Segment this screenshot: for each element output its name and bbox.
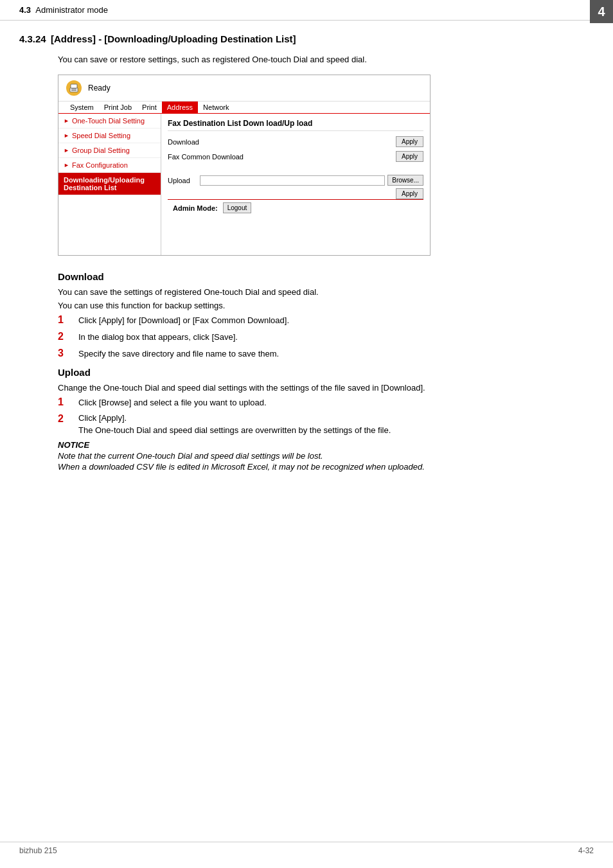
footer-left: bizhub 215 [19,846,57,855]
arrow-icon-speeddial: ► [64,132,69,139]
ui-download-apply-button[interactable]: Apply [396,136,423,147]
upload-step-1: 1 Click [Browse] and select a file you w… [58,396,594,408]
section-title: [Address] - [Downloading/Uploading Desti… [51,33,296,44]
sidebar-item-faxconfig[interactable]: ► Fax Configuration [58,158,161,173]
step-text-2: In the dialog box that appears, click [S… [78,331,238,342]
download-para1: You can save the settings of registered … [58,287,594,297]
ui-nav-bar[interactable]: System Print Job Print Address Network [58,102,430,114]
upload-step-num-1: 1 [58,396,73,408]
download-step-3: 3 Specify the save directory and file na… [58,348,594,359]
ui-admin-label: Admin Mode: [173,204,218,212]
nav-address[interactable]: Address [162,102,198,113]
arrow-icon-onetouch: ► [64,118,69,124]
upload-step-note: The One-touch Dial and speed dial settin… [78,425,391,435]
chapter-badge: 4 [590,0,613,23]
ui-faxcommon-apply-button[interactable]: Apply [396,151,423,162]
arrow-icon-faxconfig: ► [64,162,69,168]
ui-upload-apply-row: Apply [168,188,423,199]
sidebar-item-downloading[interactable]: Downloading/Uploading Destination List [58,173,161,195]
ui-upload-label: Upload [168,177,200,184]
page-header: 4.3 Administrator mode 4 [0,0,613,21]
nav-system[interactable]: System [65,102,99,113]
ui-download-label: Download [168,138,396,146]
section-number: 4.3 [19,5,31,15]
printer-icon [65,79,83,97]
ui-download-row: Download Apply [168,136,423,147]
step-num-1: 1 [58,314,73,326]
sidebar-item-speeddial[interactable]: ► Speed Dial Setting [58,128,161,143]
upload-heading: Upload [58,367,594,378]
download-step-2: 2 In the dialog box that appears, click … [58,331,594,342]
nav-printjob[interactable]: Print Job [99,102,137,113]
upload-para1: Change the One-touch Dial and speed dial… [58,383,594,393]
sidebar-item-onetouch[interactable]: ► One-Touch Dial Setting [58,114,161,128]
upload-step-text-1: Click [Browse] and select a file you wan… [78,396,267,407]
sidebar-label-speeddial: Speed Dial Setting [72,132,130,139]
notice-text-2: When a downloaded CSV file is edited in … [58,462,594,472]
download-heading: Download [58,271,594,282]
ui-main-title: Fax Destination List Down load/Up load [168,119,423,131]
ui-screenshot-box: Ready System Print Job Print Address Net… [58,75,431,256]
nav-print[interactable]: Print [137,102,162,113]
sidebar-label-downloading: Downloading/Uploading Destination List [64,176,155,191]
download-para2: You can use this function for backup set… [58,301,594,310]
sidebar-label-faxconfig: Fax Configuration [72,161,128,169]
sidebar-item-groupdial[interactable]: ► Group Dial Setting [58,143,161,158]
section-number-label: 4.3.24 [19,33,46,44]
ui-sidebar: ► One-Touch Dial Setting ► Speed Dial Se… [58,114,161,255]
ui-logout-button[interactable]: Logout [223,202,252,213]
section-intro: You can save or restore settings, such a… [58,55,594,64]
nav-network[interactable]: Network [198,102,234,113]
ui-top-bar: Ready [58,75,430,102]
ui-faxcommon-label: Fax Common Download [168,153,396,161]
ui-body: ► One-Touch Dial Setting ► Speed Dial Se… [58,114,430,255]
svg-rect-4 [71,90,76,91]
ui-browse-button[interactable]: Browse... [387,175,423,186]
upload-section: Upload Change the One-touch Dial and spe… [19,367,594,472]
download-step-1: 1 Click [Apply] for [Download] or [Fax C… [58,314,594,326]
ui-main-content: Fax Destination List Down load/Up load D… [161,114,430,255]
upload-step-num-2: 2 [58,413,73,425]
step-num-2: 2 [58,331,73,342]
download-section: Download You can save the settings of re… [19,271,594,359]
step-text-3: Specify the save directory and file name… [78,348,279,359]
section-heading-row: 4.3.24 [Address] - [Downloading/Uploadin… [19,33,594,51]
arrow-icon-groupdial: ► [64,147,69,154]
ui-admin-section: Admin Mode: Logout [168,199,423,216]
section-label: Administrator mode [35,5,108,15]
sidebar-label-groupdial: Group Dial Setting [72,146,130,154]
ui-upload-apply-button[interactable]: Apply [396,188,423,199]
page-content: 4.3.24 [Address] - [Downloading/Uploadin… [0,21,613,497]
page-footer: bizhub 215 4-32 [0,842,613,855]
ui-status-text: Ready [88,84,111,93]
notice-text-1: Note that the current One-touch Dial and… [58,451,594,461]
step-text-1: Click [Apply] for [Download] or [Fax Com… [78,314,289,325]
sidebar-label-onetouch: One-Touch Dial Setting [72,117,145,125]
upload-step-text-2: Click [Apply]. [78,412,127,423]
ui-upload-row: Upload Browse... [168,175,423,186]
step-num-3: 3 [58,348,73,359]
svg-rect-3 [71,89,76,89]
upload-step-2: 2 Click [Apply]. The One-touch Dial and … [58,413,594,435]
notice-label: NOTICE [58,440,594,450]
ui-upload-input[interactable] [200,175,385,186]
ui-faxcommon-row: Fax Common Download Apply [168,151,423,162]
footer-right: 4-32 [578,846,594,855]
